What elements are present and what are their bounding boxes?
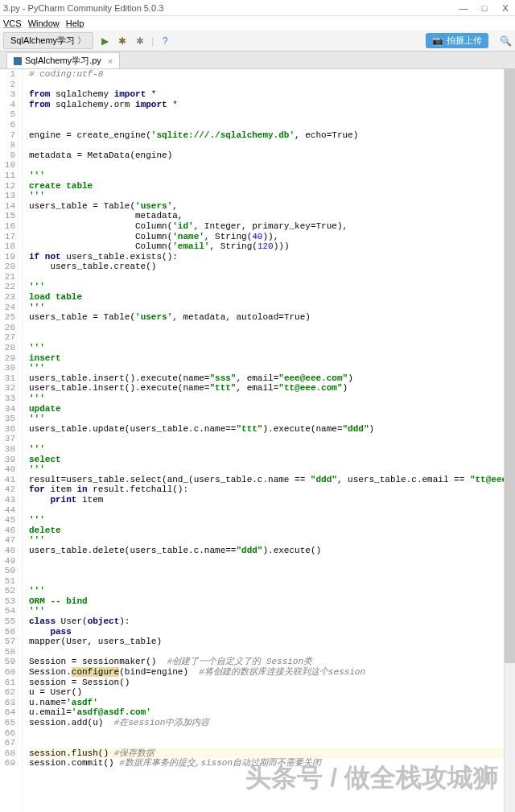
code-line[interactable]: users_table.create() <box>29 262 515 272</box>
code-line[interactable]: if not users_table.exists(): <box>29 252 515 262</box>
scroll-thumb[interactable] <box>505 69 515 663</box>
line-number: 12 <box>0 181 15 192</box>
line-number: 11 <box>0 171 15 181</box>
stop-icon[interactable]: ✱ <box>134 35 146 47</box>
code-line[interactable]: session.add(u) #在session中添加内容 <box>29 718 515 728</box>
minimize-button[interactable]: — <box>457 3 470 13</box>
code-line[interactable] <box>29 728 515 739</box>
code-line[interactable]: Column('name', String(40)), <box>29 232 515 242</box>
code-line[interactable]: insert <box>29 353 515 364</box>
code-line[interactable] <box>29 647 515 657</box>
code-editor[interactable]: 1234567891011121314151617181920212223242… <box>0 69 515 812</box>
code-line[interactable]: Session = sessionmaker() #创建了一个自定义了的 Ses… <box>29 657 515 667</box>
help-icon[interactable]: ? <box>159 35 171 47</box>
code-line[interactable] <box>29 109 515 120</box>
code-line[interactable] <box>29 505 515 516</box>
code-line[interactable] <box>29 332 515 343</box>
code-line[interactable]: users_table.insert().execute(name="ttt",… <box>29 383 515 394</box>
code-line[interactable] <box>29 323 515 333</box>
line-number: 59 <box>0 657 15 667</box>
code-line[interactable]: ''' <box>29 363 515 373</box>
line-number: 5 <box>0 109 15 120</box>
code-line[interactable]: u = User() <box>29 687 515 698</box>
code-line[interactable]: result=users_table.select(and_(users_tab… <box>29 475 515 485</box>
upload-button[interactable]: 📷 拍摄上传 <box>426 33 488 48</box>
code-line[interactable]: ORM -- bind <box>29 596 515 607</box>
line-number: 65 <box>0 718 15 728</box>
code-line[interactable] <box>29 576 515 587</box>
code-line[interactable] <box>29 140 515 150</box>
vertical-scrollbar[interactable] <box>504 69 515 812</box>
file-tab[interactable]: SqlAlchemy学习.py × <box>6 52 120 68</box>
menu-vcs[interactable]: VCS <box>3 19 22 28</box>
code-line[interactable]: session = Session() <box>29 678 515 688</box>
code-line[interactable] <box>29 160 515 171</box>
search-icon[interactable]: 🔍 <box>500 35 512 47</box>
line-number: 51 <box>0 576 15 587</box>
code-line[interactable]: users_table.delete(users_table.c.name=="… <box>29 546 515 556</box>
code-line[interactable]: users_table = Table('users', <box>29 201 515 212</box>
code-line[interactable]: ''' <box>29 444 515 455</box>
code-line[interactable]: metadata = MetaData(engine) <box>29 150 515 161</box>
code-line[interactable]: ''' <box>29 586 515 596</box>
code-line[interactable]: from sqlalchemy.orm import * <box>29 100 515 110</box>
code-line[interactable]: from sqlalchemy import * <box>29 89 515 100</box>
menu-window[interactable]: Window <box>28 19 60 28</box>
code-line[interactable]: print item <box>29 495 515 505</box>
code-line[interactable]: ''' <box>29 414 515 424</box>
debug-icon[interactable]: ✱ <box>116 35 129 47</box>
code-line[interactable]: delete <box>29 526 515 536</box>
code-line[interactable]: u.name='asdf' <box>29 698 515 708</box>
code-line[interactable]: create table <box>29 181 515 192</box>
code-line[interactable] <box>29 272 515 282</box>
code-line[interactable]: users_table.insert().execute(name="sss",… <box>29 373 515 384</box>
code-line[interactable]: Session.configure(bind=engine) #将创建的数据库连… <box>29 667 515 678</box>
code-line[interactable]: pass <box>29 627 515 637</box>
code-line[interactable]: ''' <box>29 171 515 181</box>
code-line[interactable] <box>29 434 515 444</box>
code-line[interactable]: Column('email', String(120))) <box>29 241 515 252</box>
code-line[interactable]: ''' <box>29 343 515 353</box>
code-line[interactable]: ''' <box>29 515 515 526</box>
code-line[interactable] <box>29 738 515 748</box>
menu-help[interactable]: Help <box>66 19 84 28</box>
line-number: 34 <box>0 404 15 414</box>
line-number: 42 <box>0 484 15 495</box>
maximize-button[interactable]: □ <box>478 3 491 13</box>
code-area[interactable]: # coding:utf-8 from sqlalchemy import *f… <box>23 69 515 812</box>
code-line[interactable]: mapper(User, users_table) <box>29 637 515 647</box>
code-line[interactable] <box>29 566 515 576</box>
code-line[interactable]: # coding:utf-8 <box>29 69 515 80</box>
code-line[interactable] <box>29 80 515 90</box>
code-line[interactable]: ''' <box>29 394 515 404</box>
close-button[interactable]: X <box>499 3 512 13</box>
code-line[interactable]: ''' <box>29 606 515 616</box>
code-line[interactable]: ''' <box>29 535 515 546</box>
code-line[interactable]: ''' <box>29 191 515 201</box>
line-number: 44 <box>0 505 15 516</box>
code-line[interactable]: users_table = Table('users', metadata, a… <box>29 312 515 323</box>
code-line[interactable]: Column('id', Integer, primary_key=True), <box>29 221 515 232</box>
breadcrumb[interactable]: SqlAlchemy学习 〉 <box>3 32 93 49</box>
code-line[interactable]: ''' <box>29 282 515 292</box>
code-line[interactable]: engine = create_engine('sqlite:///./sqla… <box>29 130 515 141</box>
code-line[interactable]: ''' <box>29 464 515 475</box>
code-line[interactable]: users_table.update(users_table.c.name=="… <box>29 424 515 435</box>
code-line[interactable]: for item in result.fetchall(): <box>29 484 515 495</box>
code-line[interactable] <box>29 120 515 130</box>
code-line[interactable]: session.flush() #保存数据 <box>29 748 515 759</box>
code-line[interactable]: update <box>29 404 515 414</box>
code-line[interactable]: metadata, <box>29 211 515 221</box>
run-icon[interactable]: ▶ <box>98 35 111 47</box>
close-tab-icon[interactable]: × <box>108 56 113 66</box>
line-number: 16 <box>0 221 15 232</box>
code-line[interactable] <box>29 556 515 567</box>
code-line[interactable]: ''' <box>29 303 515 313</box>
code-line[interactable]: u.email='asdf@asdf.com' <box>29 707 515 718</box>
code-line[interactable]: select <box>29 455 515 465</box>
code-line[interactable]: load table <box>29 292 515 303</box>
line-number: 2 <box>0 80 15 90</box>
line-number: 35 <box>0 414 15 424</box>
line-number: 10 <box>0 160 15 171</box>
code-line[interactable]: class User(object): <box>29 616 515 627</box>
